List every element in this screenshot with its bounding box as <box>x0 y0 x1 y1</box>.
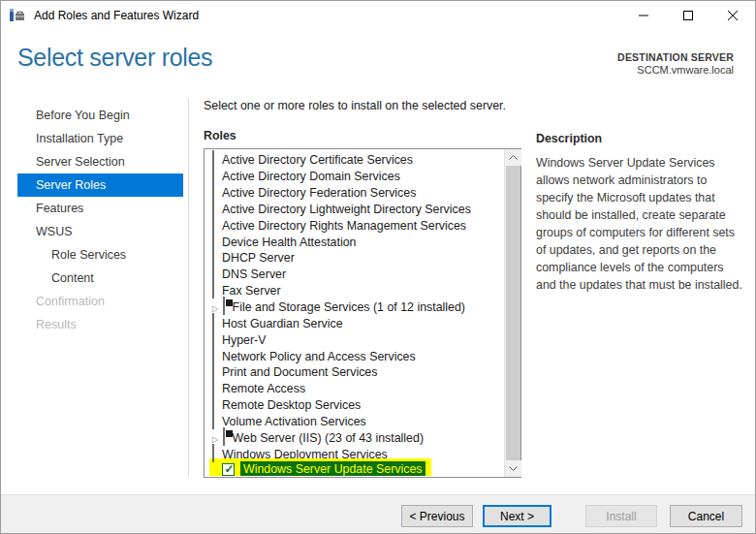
role-row[interactable]: ▷ File and Storage Services (1 of 12 ins… <box>205 298 504 315</box>
description-heading: Description <box>536 132 602 145</box>
sidebar-item-installation-type[interactable]: Installation Type <box>17 127 183 150</box>
role-label: DHCP Server <box>222 251 295 265</box>
role-row[interactable]: Network Policy and Access Services <box>205 347 504 363</box>
role-row-content: Print and Document Services <box>212 362 377 380</box>
role-row-content: Active Directory Domain Services <box>212 167 400 184</box>
check-mark-icon: ✓ <box>223 462 236 476</box>
role-row-content: ▷ File and Storage Services (1 of 12 ins… <box>212 298 465 315</box>
roles-scrollbar[interactable] <box>504 149 520 477</box>
wizard-step-label: Confirmation <box>36 295 105 308</box>
sidebar-item-server-selection[interactable]: Server Selection <box>17 150 183 173</box>
role-checkbox[interactable] <box>223 297 225 315</box>
sidebar-item-before-you-begin[interactable]: Before You Begin <box>17 104 183 127</box>
sidebar-item-confirmation: Confirmation <box>17 290 183 313</box>
wizard-toolbox-icon <box>9 7 26 24</box>
role-row[interactable]: Host Guardian Service <box>205 314 504 330</box>
role-row-content: Active Directory Federation Services <box>212 183 416 201</box>
wizard-step-label: Server Selection <box>36 155 125 169</box>
role-label: Active Directory Federation Services <box>222 186 416 200</box>
expand-arrow-icon[interactable]: ▷ <box>212 304 218 313</box>
sidebar-item-content[interactable]: Content <box>17 267 183 290</box>
role-row[interactable]: Volume Activation Services <box>205 413 504 429</box>
role-label: File and Storage Services (1 of 12 insta… <box>233 300 465 314</box>
role-label: Network Policy and Access Services <box>222 350 416 363</box>
sidebar-item-server-roles[interactable]: Server Roles <box>17 173 183 197</box>
role-label: Web Server (IIS) (23 of 43 installed) <box>233 431 424 445</box>
role-row[interactable]: Active Directory Rights Management Servi… <box>205 216 504 233</box>
role-row-content: Host Guardian Service <box>212 314 343 331</box>
role-row[interactable]: Fax Server <box>205 282 504 298</box>
sidebar-item-results: Results <box>17 313 183 336</box>
window-controls <box>621 1 755 30</box>
sidebar-divider <box>188 98 189 477</box>
roles-listbox: Active Directory Certificate Services Ac… <box>204 148 521 478</box>
role-label: Hyper-V <box>222 333 266 347</box>
role-label: Active Directory Lightweight Directory S… <box>222 203 471 216</box>
wizard-step-label: Server Roles <box>36 178 106 192</box>
role-label: Windows Server Update Services <box>240 461 425 476</box>
partial-check-mark <box>226 299 233 306</box>
role-row-content: Device Health Attestation <box>212 233 356 250</box>
partial-check-mark <box>226 430 233 437</box>
role-row[interactable]: Hyper-V <box>205 330 504 347</box>
footer-bar: < PreviousNext >InstallCancel <box>1 494 755 533</box>
next-button[interactable]: Next > <box>483 505 551 527</box>
scroll-down-icon[interactable] <box>505 460 521 477</box>
role-checkbox[interactable] <box>212 280 214 298</box>
previous-button[interactable]: < Previous <box>401 505 473 527</box>
description-text: Windows Server Update Services allows ne… <box>536 154 745 294</box>
maximize-icon[interactable] <box>666 1 710 30</box>
add-roles-wizard-window: Add Roles and Features Wizard Select ser… <box>0 0 756 534</box>
role-row-content: Active Directory Certificate Services <box>212 150 413 168</box>
role-row-content: Active Directory Lightweight Directory S… <box>212 200 471 217</box>
scrollbar-thumb[interactable] <box>506 166 520 460</box>
role-label: Device Health Attestation <box>222 236 356 249</box>
role-checkbox[interactable] <box>212 330 214 348</box>
role-row-content: DHCP Server <box>212 248 295 266</box>
role-checkbox[interactable] <box>212 411 214 429</box>
role-row[interactable]: ✓ Windows Server Update Services <box>205 461 504 476</box>
cancel-button[interactable]: Cancel <box>670 505 742 527</box>
role-row[interactable]: Print and Document Services <box>205 363 504 380</box>
expand-arrow-icon[interactable]: ▷ <box>212 435 218 444</box>
role-label: Active Directory Rights Management Servi… <box>222 219 466 233</box>
window-title: Add Roles and Features Wizard <box>34 9 199 22</box>
role-row[interactable]: Remote Desktop Services <box>205 396 504 413</box>
sidebar-item-role-services[interactable]: Role Services <box>17 243 183 267</box>
scroll-up-icon[interactable] <box>505 149 521 166</box>
role-row[interactable]: Active Directory Federation Services <box>205 184 504 201</box>
sidebar-item-features[interactable]: Features <box>17 197 183 220</box>
role-row-content: Hyper-V <box>212 330 266 348</box>
role-row[interactable]: Active Directory Domain Services <box>205 168 504 184</box>
sidebar-item-wsus[interactable]: WSUS <box>17 220 183 243</box>
wizard-step-label: Before You Begin <box>36 109 130 122</box>
role-checkbox[interactable]: ✓ <box>222 463 235 476</box>
role-checkbox[interactable] <box>212 444 214 462</box>
role-row[interactable]: DHCP Server <box>205 249 504 266</box>
destination-server-label: DESTINATION SERVER <box>617 51 734 64</box>
wizard-step-label: WSUS <box>36 225 73 238</box>
wizard-step-label: Features <box>36 202 83 215</box>
role-checkbox[interactable] <box>212 215 214 234</box>
role-row[interactable]: Active Directory Lightweight Directory S… <box>205 201 504 217</box>
wizard-steps-nav: Before You BeginInstallation TypeServer … <box>17 104 183 336</box>
role-label: DNS Server <box>222 267 286 281</box>
destination-server-name: SCCM.vmware.local <box>617 64 734 77</box>
role-row[interactable]: DNS Server <box>205 266 504 282</box>
minimize-icon[interactable] <box>621 1 666 30</box>
role-row-content: Remote Access <box>212 379 305 396</box>
role-row[interactable]: Device Health Attestation <box>205 233 504 249</box>
role-row[interactable]: ▷ Web Server (IIS) (23 of 43 installed) <box>205 428 504 445</box>
role-row-content: Volume Activation Services <box>212 412 366 429</box>
role-checkbox[interactable] <box>223 427 225 446</box>
page-title: Select server roles <box>17 44 212 72</box>
destination-server-block: DESTINATION SERVER SCCM.vmware.local <box>617 51 734 77</box>
role-checkbox[interactable] <box>212 313 214 331</box>
role-label: Print and Document Services <box>222 365 377 379</box>
close-icon[interactable] <box>710 1 755 30</box>
role-row[interactable]: Active Directory Certificate Services <box>205 151 504 168</box>
wizard-step-label: Installation Type <box>36 132 123 145</box>
role-row-content: ▷ Web Server (IIS) (23 of 43 installed) <box>212 428 424 446</box>
role-row[interactable]: Remote Access <box>205 380 504 396</box>
role-label: Fax Server <box>222 284 281 298</box>
